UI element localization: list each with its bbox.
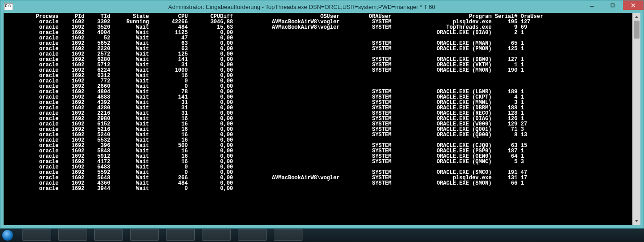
minimize-button[interactable] (582, 0, 602, 10)
window-title: Administrator: Eingabeaufforderung - Top… (168, 4, 435, 10)
titlebar[interactable]: Administrator: Eingabeaufforderung - Top… (0, 0, 644, 13)
minimize-icon (590, 3, 594, 8)
scroll-thumb[interactable] (634, 21, 640, 39)
scroll-up-button[interactable] (633, 13, 640, 21)
taskbar-item[interactable] (238, 229, 267, 241)
console-window: Administrator: Eingabeaufforderung - Top… (0, 0, 644, 229)
maximize-button[interactable] (602, 0, 623, 10)
taskbar-item[interactable] (58, 229, 87, 241)
start-button[interactable] (2, 230, 13, 241)
taskbar-item[interactable] (274, 229, 302, 241)
client-area: Process PId TId State CPU CPUDiff OSUser… (4, 13, 640, 225)
maximize-icon (610, 3, 615, 8)
close-button[interactable] (623, 0, 644, 10)
close-icon (631, 3, 635, 8)
terminal-output[interactable]: Process PId TId State CPU CPUDiff OSUser… (4, 13, 632, 225)
svg-marker-5 (635, 220, 638, 222)
svg-rect-1 (611, 4, 614, 7)
svg-marker-4 (635, 16, 638, 18)
taskbar-item[interactable] (22, 229, 51, 241)
taskbar-item[interactable] (94, 229, 123, 241)
taskbar[interactable] (0, 229, 644, 242)
taskbar-item[interactable] (130, 229, 159, 241)
chevron-up-icon (635, 15, 639, 19)
taskbar-item[interactable] (202, 229, 231, 241)
table-row: oracle 1692 3944 Wait 0 0,00 (4, 186, 632, 191)
window-buttons (582, 0, 644, 10)
taskbar-item[interactable] (166, 229, 195, 241)
vertical-scrollbar[interactable] (632, 13, 640, 225)
cmd-icon (4, 3, 13, 10)
chevron-down-icon (635, 219, 639, 223)
scroll-down-button[interactable] (633, 217, 640, 225)
